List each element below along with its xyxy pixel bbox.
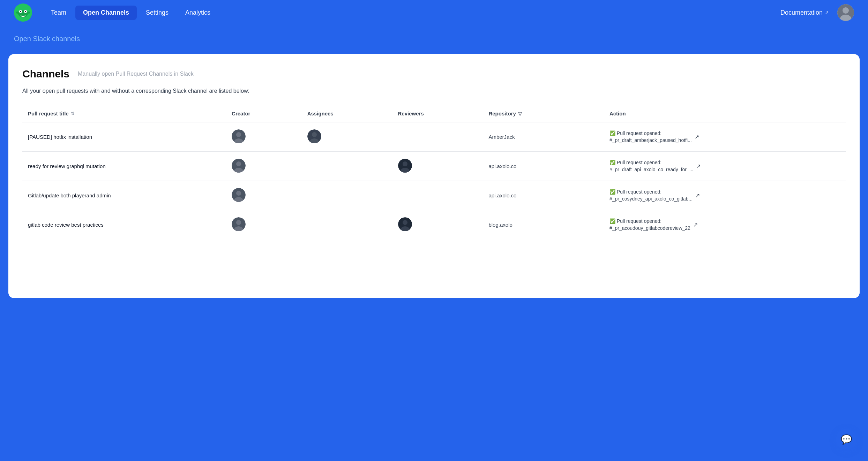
header: Team Open Channels Settings Analytics Do… [0, 0, 868, 25]
pr-title: gitlab code review best practices [28, 222, 104, 228]
repository-name: api.axolo.co [488, 163, 516, 169]
table-row: Gitlab/update both playerand admin api.a… [22, 181, 846, 210]
action-cell: ✅ Pull request opened:#_pr_draft_amberja… [609, 130, 840, 144]
col-header-repository: Repository ▽ [483, 106, 604, 122]
nav-item-settings[interactable]: Settings [138, 6, 176, 20]
col-header-assignees: Assignees [302, 106, 392, 122]
svg-point-18 [236, 161, 241, 166]
card-header: Channels Manually open Pull Request Chan… [22, 68, 846, 80]
table-row: [PAUSED] hotfix installation AmberJack ✅… [22, 122, 846, 152]
repository-name: blog.axolo [488, 222, 512, 228]
repository-name: AmberJack [488, 134, 515, 140]
assignees-cell [302, 210, 392, 240]
documentation-link[interactable]: Documentation ↗ [780, 9, 829, 16]
nav-item-analytics[interactable]: Analytics [178, 6, 218, 20]
open-channel-link[interactable]: ↗ [693, 221, 698, 228]
svg-point-12 [236, 132, 241, 137]
nav-right: Documentation ↗ [780, 4, 854, 21]
svg-point-30 [403, 220, 407, 225]
assignee-avatar [307, 138, 321, 144]
creator-cell [226, 152, 302, 181]
card-description: All your open pull requests with and wit… [22, 87, 846, 95]
creator-avatar [232, 197, 246, 203]
svg-point-15 [312, 132, 317, 137]
sort-icon-pr[interactable]: ⇅ [71, 111, 74, 116]
logo[interactable] [14, 3, 32, 22]
reviewer-avatar [398, 226, 412, 232]
table-row: gitlab code review best practices blog.a… [22, 210, 846, 240]
creator-avatar [232, 226, 246, 232]
user-avatar[interactable] [837, 4, 854, 21]
channels-table: Pull request title ⇅ Creator Assignees [22, 106, 846, 239]
col-header-action: Action [604, 106, 846, 122]
assignees-cell [302, 152, 392, 181]
action-cell: ✅ Pull request opened:#_pr_draft_api_axo… [609, 159, 840, 173]
action-text: ✅ Pull request opened:#_pr_cosydney_api_… [609, 189, 693, 202]
svg-point-24 [236, 191, 241, 196]
main-card: Channels Manually open Pull Request Chan… [8, 54, 860, 298]
external-link-icon: ↗ [825, 10, 829, 15]
reviewers-cell [392, 181, 483, 210]
page-title[interactable]: Open Slack channels [14, 35, 80, 43]
col-header-reviewers: Reviewers [392, 106, 483, 122]
creator-avatar [232, 138, 246, 144]
open-channel-link[interactable]: ↗ [695, 192, 700, 199]
main-nav: Team Open Channels Settings Analytics [43, 6, 778, 20]
open-channel-link[interactable]: ↗ [695, 134, 699, 140]
svg-point-21 [403, 161, 407, 166]
reviewers-cell [392, 152, 483, 181]
reviewers-cell [392, 210, 483, 240]
action-cell: ✅ Pull request opened:#_pr_cosydney_api_… [609, 189, 840, 202]
documentation-label: Documentation [780, 9, 823, 16]
col-header-pr-title: Pull request title ⇅ [22, 106, 226, 122]
col-header-creator: Creator [226, 106, 302, 122]
repository-name: api.axolo.co [488, 192, 516, 198]
nav-item-open-channels[interactable]: Open Channels [75, 6, 137, 20]
svg-point-9 [843, 7, 849, 14]
open-channel-link[interactable]: ↗ [696, 163, 701, 169]
svg-point-27 [236, 220, 241, 225]
pr-title: [PAUSED] hotfix installation [28, 134, 92, 140]
page-title-bar: Open Slack channels [0, 25, 868, 54]
svg-point-5 [25, 11, 26, 12]
pr-title: Gitlab/update both playerand admin [28, 192, 111, 198]
card-title: Channels [22, 68, 69, 80]
action-cell: ✅ Pull request opened:#_pr_acoudouy_gitl… [609, 218, 840, 232]
creator-cell [226, 210, 302, 240]
creator-cell [226, 122, 302, 152]
chat-fab-icon: 💬 [841, 434, 852, 445]
action-text: ✅ Pull request opened:#_pr_draft_amberja… [609, 130, 692, 144]
reviewer-avatar [398, 168, 412, 174]
assignees-cell [302, 122, 392, 152]
creator-cell [226, 181, 302, 210]
svg-point-6 [16, 12, 19, 14]
creator-avatar [232, 168, 246, 174]
assignees-cell [302, 181, 392, 210]
nav-item-team[interactable]: Team [43, 6, 74, 20]
table-header: Pull request title ⇅ Creator Assignees [22, 106, 846, 122]
chat-fab-button[interactable]: 💬 [836, 429, 857, 450]
reviewers-cell [392, 122, 483, 152]
filter-icon-repository[interactable]: ▽ [518, 111, 522, 116]
action-text: ✅ Pull request opened:#_pr_acoudouy_gitl… [609, 218, 690, 232]
pr-title: ready for review graphql mutation [28, 163, 106, 169]
svg-point-4 [20, 11, 21, 12]
svg-point-7 [27, 12, 30, 14]
table-row: ready for review graphql mutation api.ax… [22, 152, 846, 181]
table-body: [PAUSED] hotfix installation AmberJack ✅… [22, 122, 846, 240]
card-subtitle: Manually open Pull Request Channels in S… [78, 71, 194, 77]
action-text: ✅ Pull request opened:#_pr_draft_api_axo… [609, 159, 694, 173]
